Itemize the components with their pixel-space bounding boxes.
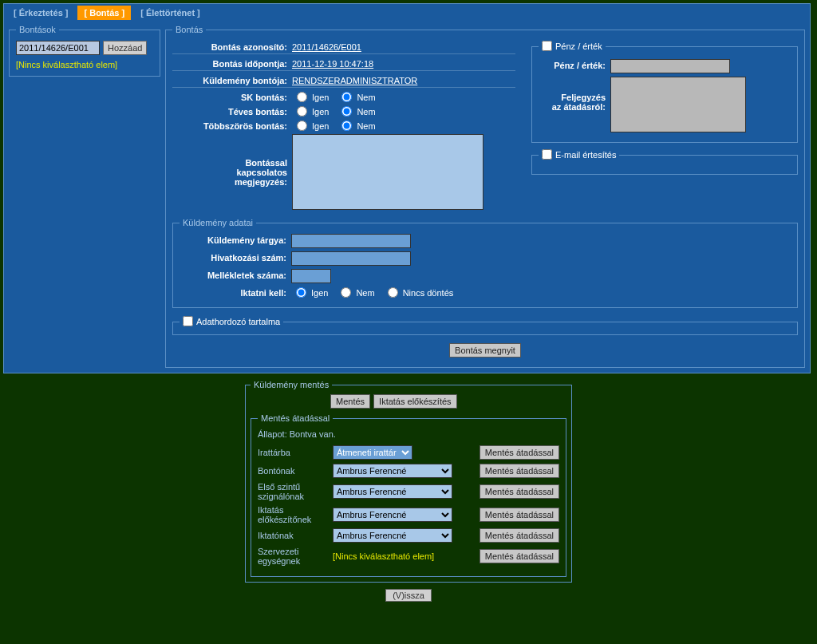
mentes-atad-elokeszitonek[interactable]: Mentés átadással <box>480 508 559 522</box>
add-button[interactable]: Hozzáad <box>103 41 147 55</box>
lbl-hiv: Hivatkozási szám: <box>180 251 291 263</box>
lbl-irattarba: Irattárba <box>258 448 330 457</box>
tab-erkeztetes[interactable]: [ Érkeztetés ] <box>7 6 74 20</box>
radio-ikt-igen[interactable] <box>296 287 306 298</box>
radio-ikt-nem[interactable] <box>341 287 351 298</box>
radio-ikt-nincs[interactable] <box>388 287 398 298</box>
iktatas-elokeszites-button[interactable]: Iktatás előkészítés <box>373 394 457 409</box>
main-panel: [ Érkeztetés ] [ Bontás ] [ Élettörténet… <box>3 3 811 373</box>
fs-adathordozo: Adathordozó tartalma <box>172 316 798 335</box>
save-panel: Küldemény mentés Mentés Iktatás előkészí… <box>245 380 572 583</box>
legend-bontasok: Bontások <box>16 25 59 34</box>
lbl-targy: Küldemény tárgya: <box>180 234 291 245</box>
legend-bontas: Bontás <box>172 25 206 34</box>
legend-adat: Adathordozó tartalma <box>180 316 283 328</box>
legend-kuld: Küldemény adatai <box>180 218 256 227</box>
radio-tobb-igen[interactable] <box>297 121 307 131</box>
no-selectable-elem: [Nincs kiválasztható elem] <box>16 60 153 69</box>
lbl-penz: Pénz / érték: <box>539 59 610 70</box>
tab-bontas[interactable]: [ Bontás ] <box>77 6 131 20</box>
mentes-atad-szervezeti[interactable]: Mentés átadással <box>480 549 559 563</box>
legend-save: Küldemény mentés <box>251 380 332 389</box>
lbl-azon: Bontás azonosító: <box>172 41 292 52</box>
radio-teves-nem[interactable] <box>341 106 352 117</box>
lbl-tobb: Többszörös bontás: <box>172 120 292 131</box>
bontas-id-input[interactable] <box>16 41 100 55</box>
lbl-megj: Bontással kapcsolatos megjegyzés: <box>172 134 292 187</box>
sel-iktatonak[interactable]: Ambrus Ferencné <box>333 528 452 543</box>
lbl-sk: SK bontás: <box>172 91 292 102</box>
mentes-button[interactable]: Mentés <box>330 394 370 409</box>
sel-szignalonak[interactable]: Ambrus Ferencné <box>333 484 452 499</box>
legend-email: E-mail értesítés <box>539 149 619 161</box>
input-targy[interactable] <box>291 234 411 248</box>
no-elem-szervezeti: [Nincs kiválasztható elem] <box>333 551 452 561</box>
radio-sk-nem[interactable] <box>341 92 352 102</box>
mentes-atad-bontonak[interactable]: Mentés átadással <box>480 464 559 478</box>
mentes-atad-iktatonak[interactable]: Mentés átadással <box>480 528 559 543</box>
val-bonto[interactable]: RENDSZERADMINISZTRATOR <box>292 74 417 85</box>
lbl-iktatonak: Iktatónak <box>258 531 330 540</box>
fs-kuldemeny-mentes: Küldemény mentés Mentés Iktatás előkészí… <box>245 380 572 583</box>
mentes-atad-szignalonak[interactable]: Mentés átadással <box>480 484 559 499</box>
lbl-elokeszitonek: Iktatás előkészítőnek <box>258 505 330 524</box>
chk-penz[interactable] <box>542 41 552 51</box>
lbl-ido: Bontás időpontja: <box>172 57 292 69</box>
input-hiv[interactable] <box>291 251 411 266</box>
fs-email: E-mail értesítés <box>531 149 798 175</box>
radio-sk-igen[interactable] <box>297 92 307 102</box>
legend-penz: Pénz / érték <box>539 41 606 53</box>
fs-bontasok: Bontások Hozzáad [Nincs kiválasztható el… <box>9 25 160 77</box>
lbl-bonto: Küldemény bontója: <box>172 74 292 85</box>
sel-bontonak[interactable]: Ambrus Ferencné <box>333 464 452 478</box>
fs-penz: Pénz / érték Pénz / érték: Feljegyzés az… <box>531 41 798 143</box>
input-mell[interactable] <box>291 269 331 283</box>
sel-irattarba[interactable]: Átmeneti irattár <box>333 445 412 460</box>
sel-elokeszitonek[interactable]: Ambrus Ferencné <box>333 508 452 522</box>
val-azon[interactable]: 2011/14626/E001 <box>292 41 361 52</box>
tab-elettortenet[interactable]: [ Élettörténet ] <box>134 6 207 20</box>
fs-bontas: Bontás Bontás azonosító: 2011/14626/E001… <box>165 25 805 368</box>
ta-feljegyzes[interactable] <box>610 77 746 132</box>
legend-atad: Mentés átadással <box>258 413 333 423</box>
fs-kuldemeny-adatai: Küldemény adatai Küldemény tárgya: Hivat… <box>172 218 798 308</box>
vissza-button[interactable]: (V)issza <box>385 589 432 602</box>
input-penz[interactable] <box>610 59 730 73</box>
bontas-megnyit-button[interactable]: Bontás megnyit <box>449 343 521 358</box>
tab-bar: [ Érkeztetés ] [ Bontás ] [ Élettörténet… <box>4 4 810 20</box>
chk-adathordozo[interactable] <box>183 316 193 326</box>
lbl-felj: Feljegyzés az átadásról: <box>539 77 610 112</box>
radio-teves-igen[interactable] <box>297 106 307 117</box>
radio-tobb-nem[interactable] <box>341 121 352 131</box>
allapot-text: Állapot: Bontva van. <box>258 429 559 439</box>
fs-mentes-atadassal: Mentés átadással Állapot: Bontva van. Ir… <box>251 413 566 577</box>
mentes-atad-irattarba[interactable]: Mentés átadással <box>480 445 559 460</box>
ta-megjegyzes[interactable] <box>292 134 483 210</box>
lbl-mell: Mellékletek száma: <box>180 269 291 280</box>
lbl-szignalonak: Első szintű szignálónak <box>258 482 330 501</box>
chk-email[interactable] <box>542 149 552 160</box>
lbl-iktatni: Iktatni kell: <box>180 286 291 298</box>
lbl-bontonak: Bontónak <box>258 466 330 476</box>
lbl-szervezeti: Szervezeti egységnek <box>258 547 330 566</box>
lbl-teves: Téves bontás: <box>172 105 292 117</box>
val-ido[interactable]: 2011-12-19 10:47:18 <box>292 57 373 69</box>
